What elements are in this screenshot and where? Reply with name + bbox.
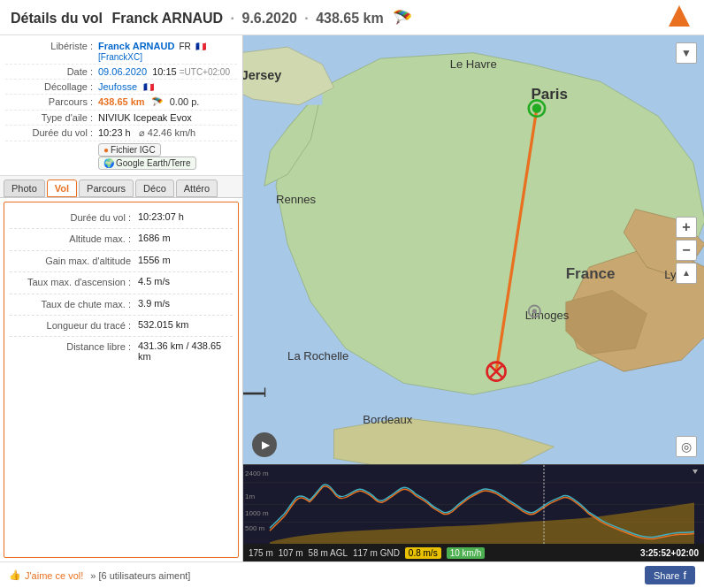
svg-text:1m: 1m: [245, 493, 255, 500]
duree-avg: ⌀ 42.46 km/h: [139, 127, 195, 138]
tab-attero[interactable]: Attéro: [176, 179, 218, 197]
page-header: Détails du vol Franck ARNAUD · 9.6.2020 …: [0, 0, 704, 35]
stat-duree-value: 10:23:07 h: [138, 211, 233, 222]
map-area[interactable]: Jersey Le Havre Paris Rennes La Rochelle…: [243, 35, 704, 464]
map-dropdown-btn[interactable]: ▼: [676, 42, 697, 64]
separator2: ·: [304, 11, 308, 26]
tab-photo[interactable]: Photo: [4, 179, 45, 197]
parcours-points: 0.00 p.: [170, 96, 200, 107]
stat-altitude-label: Altitude max. :: [10, 233, 138, 246]
users-text: » [6 utilisateurs aiment]: [90, 570, 190, 581]
duree-value: 10:23 h ⌀ 42.46 km/h: [98, 127, 237, 139]
play-btn[interactable]: ▶: [252, 432, 277, 457]
status-val1: 175 m: [249, 548, 273, 558]
parcours-value: 438.65 km 🪂 0.00 p.: [98, 96, 237, 108]
svg-text:La Rochelle: La Rochelle: [287, 349, 348, 363]
date-row: Date : 09.06.2020 10:15 =UTC+02:00: [5, 65, 237, 80]
stat-taux-chute: Taux de chute max. : 3.9 m/s: [10, 294, 233, 316]
stat-distance-value: 431.36 km / 438.65 km: [138, 340, 233, 362]
stat-taux-asc: Taux max. d'ascension : 4.5 m/s: [10, 272, 233, 294]
svg-marker-0: [669, 5, 690, 27]
north-btn[interactable]: ▲: [676, 263, 697, 284]
igc-icon: ●: [103, 145, 109, 155]
map-svg: Jersey Le Havre Paris Rennes La Rochelle…: [243, 35, 704, 464]
main-content: Libériste : Franck ARNAUD FR 🇫🇷 [FranckX…: [0, 35, 704, 561]
separator1: ·: [231, 11, 234, 26]
status-val4: 117 m GND: [353, 548, 400, 558]
svg-point-26: [532, 309, 537, 313]
header-logo: [665, 2, 693, 33]
date-value: 09.06.2020 10:15 =UTC+02:00: [98, 66, 237, 77]
decollage-value: Jeufosse 🇫🇷: [98, 81, 237, 92]
tab-parcours[interactable]: Parcours: [79, 179, 134, 197]
tab-vol[interactable]: Vol: [47, 179, 77, 197]
stat-duree: Durée du vol : 10:23:07 h: [10, 208, 233, 229]
stat-taux-chute-label: Taux de chute max. :: [10, 298, 138, 311]
stat-gain: Gain max. d'altitude 1556 m: [10, 251, 233, 272]
status-speed1: 0.8 m/s: [405, 547, 441, 559]
duree-time: 10:23 h: [98, 127, 131, 138]
like-icon: 👍: [9, 569, 21, 581]
like-button[interactable]: J'aime ce vol!: [25, 570, 83, 581]
svg-text:Bordeaux: Bordeaux: [363, 413, 413, 426]
stat-longueur-label: Longueur du tracé :: [10, 319, 138, 332]
liberiste-label: Libériste :: [5, 41, 98, 51]
parcours-km: 438.65 km: [98, 96, 145, 107]
zoom-in-icon: +: [682, 219, 690, 235]
stats-panel: Durée du vol : 10:23:07 h Altitude max. …: [4, 202, 239, 558]
pilot-name: Franck ARNAUD: [111, 11, 223, 26]
date-link[interactable]: 09.06.2020: [98, 66, 147, 77]
pilot-link[interactable]: Franck ARNAUD: [98, 41, 174, 51]
status-time: 3:25:52+02:00: [640, 548, 699, 558]
status-val2: 107 m: [279, 548, 303, 558]
status-val3: 58 m AGL: [309, 548, 348, 558]
files-value: ● Fichier IGC 🌍 Google Earth/Terre: [98, 143, 237, 170]
left-panel: Libériste : Franck ARNAUD FR 🇫🇷 [FranckX…: [0, 35, 243, 561]
stat-taux-asc-value: 4.5 m/s: [138, 276, 233, 286]
liberiste-row: Libériste : Franck ARNAUD FR 🇫🇷 [FranckX…: [5, 39, 237, 65]
page-title: Détails du vol Franck ARNAUD · 9.6.2020 …: [11, 8, 412, 27]
duree-label: Durée du vol :: [5, 127, 98, 138]
igc-button[interactable]: ● Fichier IGC: [98, 143, 161, 157]
decollage-label: Décollage :: [5, 81, 98, 92]
svg-text:1000 m: 1000 m: [245, 510, 269, 518]
zoom-in-btn[interactable]: +: [676, 217, 697, 238]
stat-taux-chute-value: 3.9 m/s: [138, 298, 233, 309]
dropdown-icon: ▼: [681, 47, 692, 59]
time-value: 10:15: [152, 66, 177, 77]
svg-text:France: France: [566, 265, 616, 282]
svg-rect-29: [264, 387, 265, 396]
status-speed2: 10 km/h: [447, 547, 486, 559]
paraglider-icon: 🪂: [393, 9, 412, 27]
parcours-row: Parcours : 438.65 km 🪂 0.00 p.: [5, 95, 237, 111]
takeoff-flag: 🇫🇷: [143, 82, 154, 92]
earth-icon: 🌍: [103, 158, 114, 168]
footer: 👍 J'aime ce vol! » [6 utilisateurs aimen…: [0, 561, 704, 588]
svg-text:Le Havre: Le Havre: [450, 57, 497, 71]
stat-longueur: Longueur du tracé : 532.015 km: [10, 316, 233, 337]
zoom-out-icon: −: [682, 242, 690, 258]
share-button[interactable]: Share f: [645, 566, 695, 584]
right-panel: Jersey Le Havre Paris Rennes La Rochelle…: [243, 35, 704, 561]
stat-duree-label: Durée du vol :: [10, 211, 138, 225]
aile-label: Type d'aile :: [5, 112, 98, 123]
takeoff-link[interactable]: Jeufosse: [98, 81, 137, 92]
footer-left: 👍 J'aime ce vol! » [6 utilisateurs aimen…: [9, 569, 190, 581]
elevation-chart: 2400 m 1m 1000 m 500 m 12:00 14:00 16:00…: [243, 464, 704, 561]
compass-btn[interactable]: ◎: [676, 436, 697, 457]
map-zoom-controls: + − ▲: [676, 217, 697, 284]
svg-text:Limoges: Limoges: [525, 309, 570, 322]
liberiste-value: Franck ARNAUD FR 🇫🇷 [FranckXC]: [98, 41, 237, 62]
stat-longueur-value: 532.015 km: [138, 319, 233, 330]
stat-distance: Distance libre : 431.36 km / 438.65 km: [10, 337, 233, 365]
share-label: Share: [654, 570, 679, 581]
zoom-out-btn[interactable]: −: [676, 240, 697, 261]
earth-button[interactable]: 🌍 Google Earth/Terre: [98, 157, 196, 170]
svg-text:2400 m: 2400 m: [245, 470, 269, 477]
aile-value: NIVIUK Icepeak Evox: [98, 112, 237, 123]
compass-icon: ◎: [681, 439, 692, 454]
pilot-xc-link[interactable]: [FranckXC]: [98, 52, 142, 62]
status-bar: 175 m 107 m 58 m AGL 117 m GND 0.8 m/s 1…: [243, 544, 704, 561]
stat-altitude: Altitude max. : 1686 m: [10, 229, 233, 250]
tab-deco[interactable]: Déco: [135, 179, 174, 197]
